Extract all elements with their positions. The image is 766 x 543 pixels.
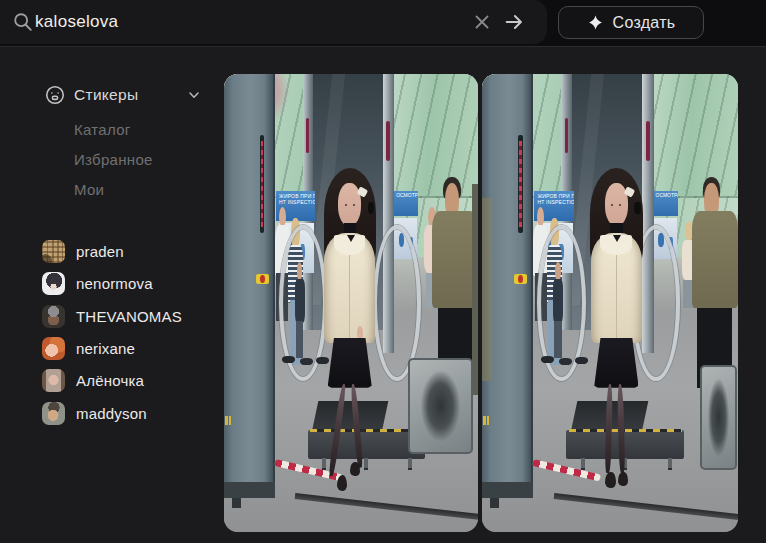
scene-yellow-clip [225, 416, 227, 424]
close-icon [471, 11, 493, 33]
avatar [42, 369, 65, 392]
sidebar-item-my[interactable]: Мои [74, 181, 104, 201]
girl-leg [350, 384, 363, 468]
user-name: nerixane [76, 340, 135, 357]
sidebar-user-alenochka[interactable]: Алёночка [42, 368, 144, 392]
girl-shoe [337, 475, 347, 491]
scene-tower-base [224, 482, 275, 498]
scene-speaker-grille [421, 371, 460, 441]
sidebar-item-catalog[interactable]: Каталог [74, 121, 131, 141]
search-input[interactable]: kaloselova [0, 0, 547, 44]
scene-person-olive-tshirt [692, 177, 738, 388]
scene-yellow-clip [487, 416, 489, 424]
user-name: praden [76, 243, 124, 260]
sidebar-user-nenormova[interactable]: nenormova [42, 271, 153, 295]
sign-text: НТ INSPECTIO [279, 199, 312, 206]
user-name: THEVANOMAS [76, 308, 182, 325]
scene-sign-right: ОСМОТРА [654, 191, 678, 216]
scene-background-shoes [541, 356, 554, 363]
scene-tower-led [261, 141, 263, 227]
sign-text: ОСМОТР [396, 192, 418, 198]
scene-sign-right: ОСМОТР [394, 191, 418, 216]
sidebar-user-nerixane[interactable]: nerixane [42, 336, 135, 360]
submit-search-button[interactable] [501, 10, 527, 36]
girl-hair-bow [634, 202, 641, 214]
result-item-1[interactable]: ЖИРОВ ПРИ ПОДГ НТ INSPECTIO ОСМОТР [224, 74, 478, 532]
sparkle-icon [587, 14, 604, 31]
scene-girl [315, 168, 384, 512]
girl-leg [605, 384, 614, 473]
create-button[interactable]: Создать [558, 6, 704, 39]
avatar [42, 240, 65, 263]
sidebar-section-label: Стикеры [74, 86, 188, 104]
girl-leg [617, 384, 626, 473]
chevron-down-icon[interactable] [188, 89, 200, 101]
topbar: kaloselova Создать [0, 0, 766, 46]
scene-emergency-button [256, 274, 269, 285]
girl-shoe [618, 472, 628, 486]
scene-equipment-crate [408, 358, 473, 454]
search-icon [12, 11, 34, 33]
girl-skirt [328, 338, 372, 388]
sidebar-section-stickers[interactable]: Стикеры [44, 83, 200, 107]
girl-skirt [594, 338, 638, 388]
scene-yellow-clip [229, 416, 231, 424]
scene-person-edge [482, 198, 492, 381]
clear-search-button[interactable] [469, 10, 495, 36]
sidebar-user-thevanomas[interactable]: THEVANOMAS [42, 304, 182, 328]
scene-speaker-grille [708, 379, 729, 456]
scene-emergency-button [514, 274, 527, 285]
sidebar-item-favorites[interactable]: Избранное [74, 151, 153, 171]
create-button-label: Создать [613, 14, 676, 32]
avatar [42, 337, 65, 360]
girl-leg [328, 384, 347, 477]
scene-photo: ЖИРОВ ПРИ ПОДГ НТ INSPECTIO ОСМОТРА [482, 74, 738, 532]
girl-shoe [350, 462, 360, 476]
scene-tower-led [519, 141, 521, 227]
arrow-right-icon [503, 11, 525, 33]
result-item-2[interactable]: ЖИРОВ ПРИ ПОДГ НТ INSPECTIO ОСМОТРА [482, 74, 738, 532]
sticker-face-icon [44, 84, 66, 106]
scene-tower-base [482, 482, 533, 498]
scene-background-shoes [282, 356, 295, 363]
user-name: maddyson [76, 405, 147, 422]
avatar [42, 402, 65, 425]
sidebar: Стикеры Каталог Избранное Мои praden nen… [0, 47, 224, 543]
scene-machine-tower [224, 74, 275, 482]
sidebar-user-praden[interactable]: praden [42, 239, 124, 263]
scene-equipment-crate [700, 365, 737, 470]
sign-text: ОСМОТРА [656, 192, 678, 198]
scene-girl [582, 168, 651, 512]
search-query-text: kaloselova [35, 0, 118, 44]
sign-text: НТ INSPECTIO [537, 199, 571, 206]
avatar [42, 272, 65, 295]
user-name: nenormova [76, 275, 153, 292]
sidebar-user-maddyson[interactable]: maddyson [42, 401, 147, 425]
scene-yellow-clip [483, 416, 485, 424]
girl-shoe [605, 472, 615, 488]
user-name: Алёночка [76, 372, 144, 389]
scene-photo: ЖИРОВ ПРИ ПОДГ НТ INSPECTIO ОСМОТР [224, 74, 478, 532]
avatar [42, 305, 65, 328]
